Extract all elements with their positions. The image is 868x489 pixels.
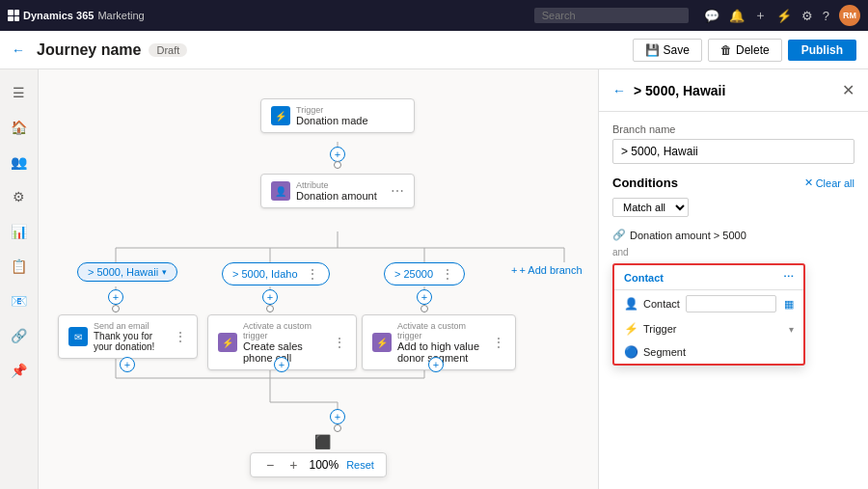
filter-icon[interactable]: ⚡ <box>776 9 792 23</box>
help-icon[interactable]: ? <box>823 9 829 23</box>
connector-branch2 <box>266 305 274 312</box>
dropdown-item-segment-label: Segment <box>643 346 686 358</box>
attribute-more[interactable]: ⋯ <box>391 183 404 199</box>
exit-icon: ⬛ <box>314 434 331 449</box>
delete-icon: 🗑 <box>720 43 732 57</box>
connector-exit <box>334 424 341 432</box>
publish-button[interactable]: Publish <box>788 40 856 61</box>
sidebar-segment-icon[interactable]: ⚙ <box>4 181 35 212</box>
add-below-action3[interactable]: + <box>428 357 444 372</box>
branch-2[interactable]: > 5000, Idaho ⋮ <box>222 262 330 285</box>
topbar-icons: 💬 🔔 ＋ ⚡ ⚙ ? RM <box>704 5 860 26</box>
action3-icon: ⚡ <box>372 333 392 352</box>
sidebar-journey-icon[interactable]: 📊 <box>4 216 35 247</box>
action1-type: Send an email <box>94 321 168 331</box>
dropdown-item-segment[interactable]: 🔵 Segment <box>614 340 803 364</box>
zoom-in-button[interactable]: + <box>285 457 301 473</box>
sidebar-link-icon[interactable]: 🔗 <box>4 320 35 351</box>
add-after-trigger[interactable]: + <box>330 147 345 162</box>
sidebar-email-icon[interactable]: 📋 <box>4 251 35 282</box>
contact-filter-input[interactable] <box>686 295 776 312</box>
dropdown-section-label: Contact <box>624 272 664 284</box>
clear-icon: ✕ <box>804 177 813 189</box>
dropdown-section-header: Contact ⋯ <box>614 265 803 290</box>
zoom-reset-button[interactable]: Reset <box>346 459 374 471</box>
attribute-type: Attribute <box>296 180 377 190</box>
dropdown-more-icon[interactable]: ⋯ <box>783 271 794 284</box>
dropdown-item-contact-label: Contact <box>643 298 680 310</box>
add-below-action2[interactable]: + <box>274 357 289 372</box>
grid-icon <box>8 10 19 21</box>
sidebar-menu-icon[interactable]: ☰ <box>4 77 35 108</box>
conditions-title: Conditions <box>612 176 678 190</box>
back-button[interactable]: ← <box>12 42 25 58</box>
add-below-branch2[interactable]: + <box>262 289 278 305</box>
panel-header: ← > 5000, Hawaii ✕ <box>599 69 868 112</box>
add-branch-button[interactable]: + + Add branch <box>511 264 583 276</box>
action1-icon: ✉ <box>68 327 88 346</box>
action3-more[interactable]: ⋮ <box>492 335 505 350</box>
canvas-scroll-area[interactable]: ⚡ Trigger Donation made + 👤 Attribute Do… <box>39 69 598 489</box>
dropdown-item-contact[interactable]: 👤 Contact ▦ <box>614 290 803 317</box>
right-panel: ← > 5000, Hawaii ✕ Branch name Condition… <box>598 69 868 489</box>
delete-button[interactable]: 🗑 Delete <box>708 39 782 62</box>
panel-back-button[interactable]: ← <box>612 83 626 98</box>
action2-more[interactable]: ⋮ <box>333 335 346 350</box>
sidebar-settings-icon[interactable]: 📌 <box>4 355 35 386</box>
attribute-node[interactable]: 👤 Attribute Donation amount ⋯ <box>260 174 415 208</box>
zoom-level: 100% <box>309 458 339 472</box>
action3-type: Activate a custom trigger <box>397 321 486 340</box>
avatar[interactable]: RM <box>839 5 860 26</box>
condition-text: Donation amount > 5000 <box>630 230 746 241</box>
conditions-header: Conditions ✕ Clear all <box>612 176 854 190</box>
branch-3-more[interactable]: ⋮ <box>441 266 454 282</box>
conditions-section: Conditions ✕ Clear all Match all 🔗 Donat… <box>599 176 868 377</box>
command-bar: ← Journey name Draft 💾 Save 🗑 Delete Pub… <box>0 31 868 69</box>
action1-more[interactable]: ⋮ <box>174 329 187 344</box>
clear-all-button[interactable]: ✕ Clear all <box>804 177 854 189</box>
command-bar-actions: 💾 Save 🗑 Delete Publish <box>633 39 856 62</box>
search-input[interactable] <box>534 8 689 23</box>
trigger-dd-icon: ⚡ <box>624 322 637 336</box>
condition-icon: 🔗 <box>612 229 626 241</box>
and-label: and <box>612 245 854 259</box>
sidebar-home-icon[interactable]: 🏠 <box>4 112 35 143</box>
bell-icon[interactable]: 🔔 <box>729 9 745 23</box>
canvas-inner: ⚡ Trigger Donation made + 👤 Attribute Do… <box>39 69 598 484</box>
add-below-branch3[interactable]: + <box>417 289 432 305</box>
status-badge: Draft <box>149 43 187 57</box>
trigger-name: Donation made <box>296 115 368 126</box>
settings-icon[interactable]: ⚙ <box>801 9 813 23</box>
condition-row-1: 🔗 Donation amount > 5000 <box>612 225 854 245</box>
save-button[interactable]: 💾 Save <box>633 39 702 62</box>
zoom-out-button[interactable]: − <box>262 457 278 473</box>
add-below-branch1[interactable]: + <box>108 289 123 305</box>
app-name: Dynamics 365 <box>23 10 94 21</box>
sidebar-event-icon[interactable]: 📧 <box>4 285 35 316</box>
match-select[interactable]: Match all <box>612 198 689 217</box>
connector-1 <box>334 161 341 169</box>
contact-icon: 👤 <box>624 297 637 311</box>
match-all-dropdown: Match all <box>612 198 854 217</box>
sidebar-people-icon[interactable]: 👥 <box>4 147 35 177</box>
trigger-chevron-icon: ▾ <box>789 324 794 335</box>
branch-name-label: Branch name <box>612 123 854 135</box>
action2-type: Activate a custom trigger <box>243 321 327 340</box>
branch-2-more[interactable]: ⋮ <box>306 266 319 282</box>
trigger-node[interactable]: ⚡ Trigger Donation made <box>260 98 415 133</box>
add-below-action1[interactable]: + <box>120 357 135 372</box>
plus-icon[interactable]: ＋ <box>754 7 767 24</box>
dropdown-item-trigger[interactable]: ⚡ Trigger ▾ <box>614 317 803 340</box>
add-branch-icon: + <box>511 264 517 276</box>
action1-name: Thank you for your donation! <box>94 331 168 352</box>
branch-name-section: Branch name <box>599 112 868 176</box>
chat-icon[interactable]: 💬 <box>704 9 719 23</box>
branch-name-input[interactable] <box>612 139 854 164</box>
panel-close-button[interactable]: ✕ <box>842 81 854 99</box>
page-title: Journey name <box>37 41 141 59</box>
add-before-exit[interactable]: + <box>330 409 345 424</box>
branch-3[interactable]: > 25000 ⋮ <box>384 262 465 285</box>
action1-node[interactable]: ✉ Send an email Thank you for your donat… <box>58 314 198 359</box>
trigger-type: Trigger <box>296 105 368 115</box>
branch-1[interactable]: > 5000, Hawaii ▾ <box>77 262 177 282</box>
